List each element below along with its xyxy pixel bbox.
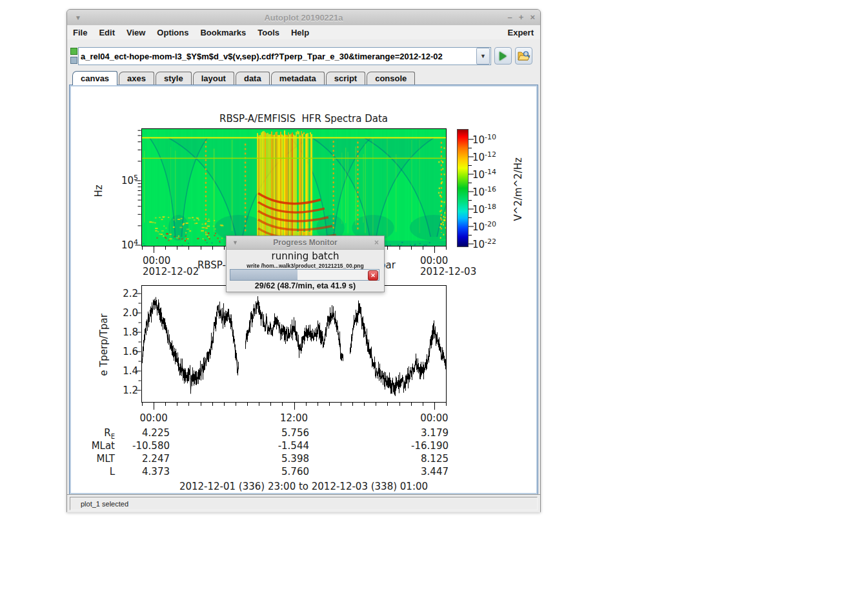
menu-help[interactable]: Help	[285, 28, 315, 37]
eph-value: -16.190	[378, 440, 449, 452]
spectrogram-plot[interactable]	[141, 128, 447, 246]
progress-bar: ✕	[230, 269, 379, 281]
statusbar-field: plot_1 selected	[70, 497, 538, 510]
plot2-xtick-label: 00:00	[134, 412, 173, 424]
plot1-title: RBSP-A/EMFISIS HFR Spectra Data	[71, 114, 536, 125]
plot1-ytick-label: 105	[110, 174, 138, 186]
colorbar-tick-label: 10-16	[472, 185, 496, 198]
progress-detail-label: write /hom...walk3/product_20121215_00.p…	[227, 263, 384, 269]
progress-dialog-titlebar[interactable]: ▼ Progress Monitor ×	[227, 236, 384, 250]
time-range-label: 2012-12-01 (336) 23:00 to 2012-12-03 (33…	[71, 481, 536, 492]
menu-file[interactable]: File	[67, 28, 93, 37]
minimize-icon[interactable]: –	[508, 10, 512, 25]
tab-axes[interactable]: axes	[119, 72, 154, 85]
tab-console[interactable]: console	[367, 72, 415, 85]
plot2-ytick-label: 2.0	[110, 307, 138, 319]
eph-value: 4.225	[99, 427, 170, 439]
eph-value: 2.247	[99, 453, 170, 465]
tab-bar: canvasaxesstylelayoutdatametadatascriptc…	[67, 72, 540, 85]
progress-bar-fill	[230, 270, 298, 280]
menubar: FileEditViewOptionsBookmarksToolsHelp Ex…	[67, 25, 540, 40]
autoplot-window: ▼ Autoplot 20190221a – + × FileEditViewO…	[66, 9, 541, 512]
eph-value: 8.125	[378, 453, 449, 465]
datasource-indicator	[70, 48, 78, 64]
plot2-ytick-label: 1.4	[110, 365, 138, 377]
colorbar-tick-label: 10-12	[472, 150, 496, 163]
eph-value: -1.544	[238, 440, 309, 452]
plot2-title-fragment-left: RBSP-	[161, 260, 226, 271]
eph-value: 5.756	[238, 427, 309, 439]
colorbar-tick-label: 10-22	[472, 237, 496, 250]
eph-value: 3.447	[378, 466, 449, 477]
progress-dialog-title: Progress Monitor	[227, 238, 384, 247]
menu-items: FileEditViewOptionsBookmarksToolsHelp	[67, 28, 315, 37]
timeseries-plot[interactable]	[141, 285, 447, 403]
window-title: Autoplot 20190221a	[67, 13, 540, 23]
desktop: ▼ Autoplot 20190221a – + × FileEditViewO…	[0, 0, 868, 591]
tab-style[interactable]: style	[156, 72, 192, 85]
eph-value: 4.373	[99, 466, 170, 477]
eph-value: 5.760	[238, 466, 309, 477]
statusbar: plot_1 selected	[67, 494, 540, 512]
tab-canvas[interactable]: canvas	[72, 71, 117, 85]
plot2-xtick-label: 12:00	[275, 412, 314, 424]
tab-data[interactable]: data	[236, 72, 270, 85]
stop-button[interactable]: ✕	[368, 270, 378, 281]
plot2-ytick-label: 2.2	[110, 288, 138, 299]
colorbar-tick-label: 10-10	[472, 133, 496, 146]
progress-monitor-dialog[interactable]: ▼ Progress Monitor × running batch write…	[226, 235, 385, 292]
status-message: plot_1 selected	[70, 500, 128, 508]
play-icon	[500, 52, 507, 61]
uri-toolbar: a_rel04_ect-hope-mom-l3_$Y$m$d_v$(v,sep)…	[67, 39, 540, 72]
plot1-xlabel-right: 00:002012-12-03	[420, 255, 476, 277]
browse-button[interactable]	[515, 47, 532, 65]
maximize-icon[interactable]: +	[519, 10, 524, 25]
menu-edit[interactable]: Edit	[93, 28, 121, 37]
close-icon[interactable]: ×	[530, 10, 535, 25]
colorbar[interactable]	[457, 129, 469, 247]
window-shade-icon[interactable]: ▼	[75, 14, 81, 21]
menu-view[interactable]: View	[121, 28, 151, 37]
progress-status-label: 29/62 (48.7/min, eta 41.9 s)	[227, 281, 384, 290]
dialog-shade-icon[interactable]: ▼	[232, 239, 238, 246]
uri-input[interactable]: a_rel04_ect-hope-mom-l3_$Y$m$d_v$(v,sep)…	[79, 52, 476, 61]
tab-layout[interactable]: layout	[193, 72, 234, 85]
plot2-ytick-label: 1.8	[110, 326, 138, 338]
progress-task-label: running batch	[227, 250, 384, 262]
blue-square-icon	[70, 57, 77, 64]
green-square-icon	[70, 48, 77, 55]
plot2-ytick-label: 1.6	[110, 346, 138, 357]
uri-combobox[interactable]: a_rel04_ect-hope-mom-l3_$Y$m$d_v$(v,sep)…	[78, 47, 491, 65]
uri-dropdown-button[interactable]: ▼	[476, 48, 490, 65]
plot2-ylabel: e Tperp/Tpar	[99, 310, 110, 381]
tab-metadata[interactable]: metadata	[271, 72, 325, 85]
colorbar-tick-label: 10-14	[472, 168, 496, 181]
dialog-close-icon[interactable]: ×	[374, 238, 379, 247]
plot-canvas-area[interactable]: RBSP-A/EMFISIS HFR Spectra Data Hz 10510…	[70, 85, 538, 494]
eph-value: 3.179	[378, 427, 449, 439]
plot1-ylabel: Hz	[94, 178, 105, 197]
menu-options[interactable]: Options	[151, 28, 194, 37]
chevron-down-icon: ▼	[480, 53, 486, 59]
plot2-ytick-label: 1.2	[110, 385, 138, 396]
plot1-ytick-label: 104	[110, 238, 138, 251]
plot2-xtick-label: 00:00	[415, 412, 454, 424]
eph-value: -10.580	[99, 440, 170, 452]
menu-bookmarks[interactable]: Bookmarks	[194, 28, 252, 37]
expert-menu[interactable]: Expert	[501, 28, 540, 37]
folder-magnifier-icon	[518, 50, 530, 61]
window-titlebar[interactable]: ▼ Autoplot 20190221a – + ×	[67, 10, 540, 25]
colorbar-tick-label: 10-18	[472, 203, 496, 215]
colorbar-tick-label: 10-20	[472, 220, 496, 233]
go-plot-button[interactable]	[494, 47, 512, 65]
menu-tools[interactable]: Tools	[252, 28, 285, 37]
tab-script[interactable]: script	[326, 72, 365, 85]
colorbar-axis-label: V^2/m^2/Hz	[513, 163, 524, 221]
eph-value: 5.398	[238, 453, 309, 465]
